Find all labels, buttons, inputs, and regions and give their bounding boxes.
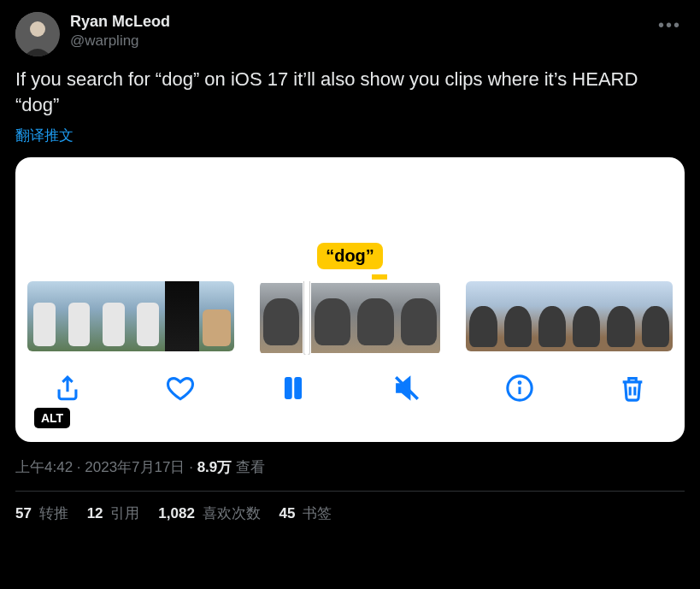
media-screenshot[interactable]: “dog” xyxy=(15,157,685,442)
alt-badge[interactable]: ALT xyxy=(34,408,70,428)
mute-button[interactable] xyxy=(392,374,421,403)
share-button[interactable] xyxy=(53,374,82,403)
clip-1 xyxy=(27,281,234,351)
more-button[interactable]: ••• xyxy=(655,12,685,38)
tweet-header: Ryan McLeod @warpling ••• xyxy=(15,12,685,56)
info-button[interactable] xyxy=(505,374,534,403)
heart-icon xyxy=(166,374,195,403)
caption-marker xyxy=(372,274,387,280)
thumbnail xyxy=(311,283,355,353)
tweet-date[interactable]: 2023年7月17日 xyxy=(85,459,185,475)
handle: @warpling xyxy=(70,32,170,50)
tweet-meta: 上午4:42 · 2023年7月17日 · 8.9万 查看 xyxy=(15,457,685,477)
trash-button[interactable] xyxy=(618,374,647,403)
avatar[interactable] xyxy=(15,12,60,56)
svg-rect-2 xyxy=(286,379,291,398)
thumbnail xyxy=(501,281,535,351)
thumbnail xyxy=(466,281,500,351)
tweet-container: Ryan McLeod @warpling ••• If you search … xyxy=(0,0,700,523)
clip-3 xyxy=(466,281,673,351)
thumbnail xyxy=(569,281,603,351)
thumbnail xyxy=(199,281,233,351)
author-names[interactable]: Ryan McLeod @warpling xyxy=(70,12,170,50)
more-icon: ••• xyxy=(658,15,681,34)
thumbnail xyxy=(62,281,96,351)
thumbnail xyxy=(638,281,673,351)
favorite-button[interactable] xyxy=(166,374,195,403)
views-label: 查看 xyxy=(232,459,265,475)
thumbnail xyxy=(603,281,638,351)
translate-link[interactable]: 翻译推文 xyxy=(15,126,685,145)
thumbnail xyxy=(397,283,441,353)
thumbnail xyxy=(354,283,397,353)
avatar-placeholder-icon xyxy=(15,12,60,56)
stats-row: 57 转推 12 引用 1,082 喜欢次数 45 书签 xyxy=(15,492,685,523)
clip-2-active xyxy=(260,281,441,355)
thumbnail xyxy=(131,281,165,351)
quotes-stat[interactable]: 12 引用 xyxy=(87,504,140,523)
svg-point-1 xyxy=(30,21,45,37)
pause-icon xyxy=(279,374,308,403)
bookmarks-stat[interactable]: 45 书签 xyxy=(279,504,332,523)
retweets-stat[interactable]: 57 转推 xyxy=(15,504,68,523)
info-icon xyxy=(505,374,534,403)
search-tag: “dog” xyxy=(317,243,383,269)
thumbnail xyxy=(260,283,303,353)
search-tag-row: “dog” xyxy=(27,243,673,269)
speaker-muted-icon xyxy=(392,374,421,403)
thumbnail xyxy=(535,281,569,351)
playhead xyxy=(304,281,309,355)
thumbnail xyxy=(165,281,199,351)
thumbnail xyxy=(27,281,62,351)
screenshot-top-space xyxy=(27,168,673,243)
tweet-time[interactable]: 上午4:42 xyxy=(15,459,73,475)
tweet-text: If you search for “dog” on iOS 17 it’ll … xyxy=(15,67,685,117)
svg-rect-3 xyxy=(296,379,301,398)
views-count: 8.9万 xyxy=(197,459,232,475)
thumbnail xyxy=(97,281,131,351)
pause-button[interactable] xyxy=(279,374,308,403)
display-name: Ryan McLeod xyxy=(70,12,170,32)
likes-stat[interactable]: 1,082 喜欢次数 xyxy=(158,504,260,523)
svg-point-7 xyxy=(519,382,521,384)
share-icon xyxy=(53,374,82,403)
trash-icon xyxy=(618,374,647,403)
video-timeline-strip xyxy=(27,281,673,355)
screenshot-toolbar xyxy=(27,355,673,403)
